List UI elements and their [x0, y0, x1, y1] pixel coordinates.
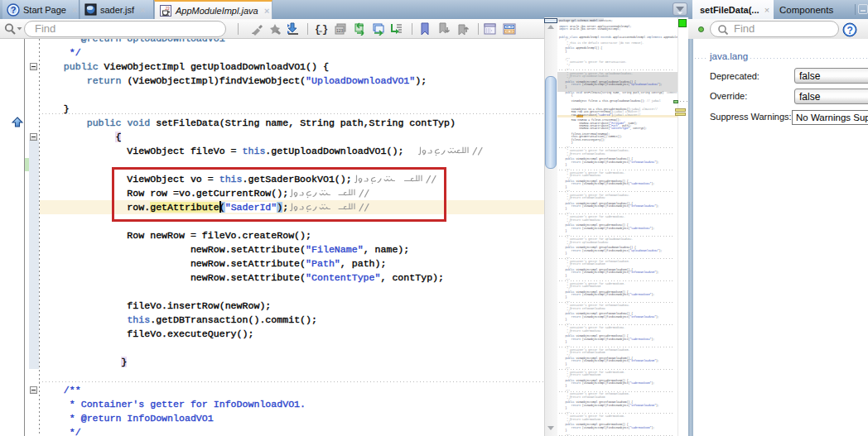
svg-text:?: ? — [11, 5, 17, 15]
svg-text:23: 23 — [165, 6, 171, 10]
svg-text:{: { — [315, 24, 321, 36]
svg-text:}: } — [322, 24, 328, 36]
svg-text:123: 123 — [336, 28, 344, 33]
svg-text:?: ? — [847, 25, 853, 36]
